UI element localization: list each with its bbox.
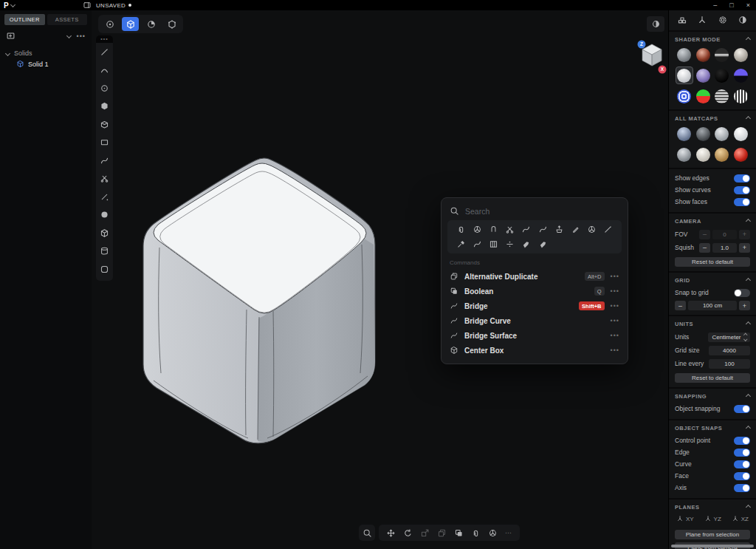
face-tag-icon[interactable]: [521, 239, 531, 249]
tool-strip-handle[interactable]: •••: [96, 35, 113, 43]
spline-icon[interactable]: [472, 239, 482, 249]
command-menu-icon[interactable]: •••: [611, 347, 619, 354]
units-reset-button[interactable]: Reset to default: [675, 373, 750, 383]
shader-blue-rings[interactable]: [676, 87, 693, 105]
viewcube[interactable]: Z X: [636, 38, 668, 75]
shader-dark-horizon[interactable]: [713, 46, 731, 64]
app-menu[interactable]: P: [4, 1, 15, 10]
object-snaps-header[interactable]: OBJECT SNAPS: [675, 423, 750, 434]
spline-icon[interactable]: [538, 225, 548, 234]
matcap-cream[interactable]: [694, 146, 712, 163]
snapping-header[interactable]: SNAPPING: [675, 392, 750, 403]
matcap-silver[interactable]: [676, 146, 693, 163]
planes-header[interactable]: PLANES: [675, 502, 750, 514]
boolean-sphere-icon[interactable]: [472, 225, 482, 234]
line-every-field[interactable]: 100: [709, 359, 750, 369]
display-show-edges-toggle[interactable]: [734, 174, 750, 183]
boolean-sphere-icon[interactable]: [587, 225, 597, 234]
move-icon[interactable]: [386, 528, 396, 538]
tool-polygon-button[interactable]: [96, 98, 113, 116]
grid-size-field[interactable]: 4000: [709, 346, 750, 355]
grid-header[interactable]: GRID: [675, 276, 750, 287]
shader-red-metal[interactable]: [694, 46, 712, 64]
shader-mode-header[interactable]: SHADER MODE: [675, 35, 750, 46]
all-matcaps-header[interactable]: ALL MATCAPS: [675, 114, 750, 125]
tool-arc-button[interactable]: [96, 61, 113, 80]
command-menu-icon[interactable]: •••: [611, 287, 619, 295]
isoparam-icon[interactable]: [489, 239, 498, 249]
collapse-all-icon[interactable]: [66, 33, 72, 38]
grid-size-plus-button[interactable]: +: [739, 301, 750, 310]
properties-tab-gear[interactable]: [718, 15, 728, 27]
shader-v-stripes[interactable]: [732, 87, 749, 105]
shader-violet-split[interactable]: [732, 67, 749, 84]
maximize-button[interactable]: □: [729, 1, 733, 9]
shader-green-red[interactable]: [694, 87, 712, 105]
fillet-icon[interactable]: [471, 528, 481, 538]
object-snap-curve-toggle[interactable]: [734, 460, 750, 468]
matcap-bright-white[interactable]: [732, 125, 749, 143]
squish-value[interactable]: 1.0: [712, 243, 737, 253]
matcap-charcoal[interactable]: [694, 125, 712, 143]
snap-to-grid-toggle[interactable]: [734, 289, 750, 297]
fov-minus-button[interactable]: –: [699, 230, 710, 239]
fillet-icon[interactable]: [456, 225, 466, 234]
squish-minus-button[interactable]: –: [699, 243, 710, 253]
divide-icon[interactable]: [505, 239, 515, 249]
tool-box-open-button[interactable]: [96, 115, 113, 134]
shader-purple-soft[interactable]: [694, 67, 712, 84]
command-menu-icon[interactable]: •••: [611, 317, 619, 324]
face-tag-icon[interactable]: [538, 239, 548, 249]
command-alternative-duplicate[interactable]: Alternative Duplicate Alt+D •••: [447, 269, 622, 284]
plane-xy[interactable]: XY: [676, 515, 694, 522]
fov-value[interactable]: 0: [712, 230, 737, 239]
minimize-button[interactable]: –: [713, 1, 717, 9]
command-center-box[interactable]: Center Box •••: [447, 343, 622, 358]
panel-toggle-icon[interactable]: [83, 1, 92, 10]
spline-icon[interactable]: [521, 225, 531, 234]
pencil-icon[interactable]: [571, 225, 580, 234]
boolean-sphere-icon[interactable]: [488, 528, 498, 538]
display-show-curves-toggle[interactable]: [734, 186, 750, 194]
command-menu-icon[interactable]: •••: [611, 332, 619, 339]
tool-circle-button[interactable]: [96, 79, 113, 98]
shader-h-stripes[interactable]: [713, 87, 731, 105]
properties-tab-half-circle[interactable]: [738, 15, 748, 27]
fov-plus-button[interactable]: +: [739, 230, 750, 239]
plane-from-selection-button[interactable]: Plane from selection: [675, 530, 750, 539]
line-icon[interactable]: [603, 225, 613, 234]
tool-offset-line-button[interactable]: [96, 188, 113, 206]
properties-tab-bricks[interactable]: [677, 15, 687, 27]
grid-size-minus-button[interactable]: –: [675, 301, 686, 310]
mode-face-mode-button[interactable]: [142, 17, 159, 31]
grid-size-value[interactable]: 100 cm: [688, 301, 737, 310]
shader-warm-light[interactable]: [732, 46, 749, 64]
trim-icon[interactable]: [505, 225, 515, 234]
matcap-gold[interactable]: [713, 146, 731, 163]
viewport-search-button[interactable]: [359, 525, 375, 541]
camera-header[interactable]: CAMERA: [675, 216, 750, 228]
shading-toggle-button[interactable]: [647, 16, 664, 32]
tool-spline-button[interactable]: [96, 151, 113, 170]
rotate-icon[interactable]: [403, 528, 413, 538]
rebuild-icon[interactable]: [456, 239, 466, 249]
plane-yz[interactable]: YZ: [704, 515, 721, 522]
outliner-menu-icon[interactable]: •••: [77, 33, 86, 40]
matcap-light-gray[interactable]: [713, 125, 731, 143]
command-bridge[interactable]: Bridge Shift+B •••: [447, 299, 622, 313]
viewport-3d[interactable]: Z X •••: [92, 10, 668, 549]
snapping-object-snapping-toggle[interactable]: [734, 405, 750, 413]
object-snap-control-point-toggle[interactable]: [734, 437, 750, 445]
model-solid-1[interactable]: [124, 150, 378, 453]
add-group-icon[interactable]: [6, 31, 16, 41]
object-snap-edge-toggle[interactable]: [734, 449, 750, 457]
tree-item-solid-1[interactable]: Solid 1: [0, 58, 92, 69]
units-select[interactable]: Centimeter: [708, 333, 750, 342]
properties-tab-tripod[interactable]: [697, 15, 707, 27]
tool-rounded-box-button[interactable]: [96, 260, 113, 279]
horizontal-scrollbar[interactable]: [671, 545, 754, 548]
tool-rectangle-button[interactable]: [96, 134, 113, 152]
tool-trim-button[interactable]: [96, 170, 113, 188]
mode-point-mode-button[interactable]: [101, 17, 118, 31]
scale-icon[interactable]: [420, 528, 430, 538]
